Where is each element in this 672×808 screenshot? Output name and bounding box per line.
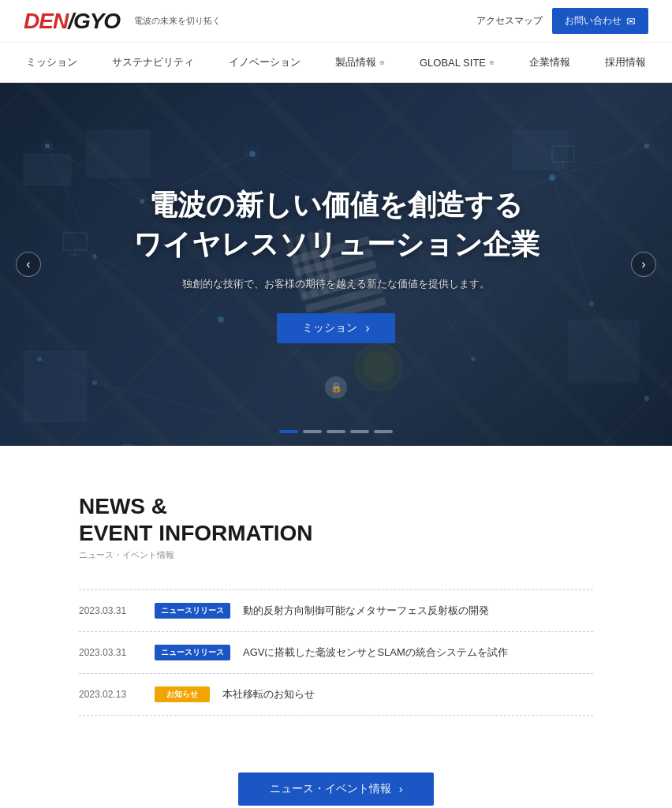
main-nav: ミッション サステナビリティ イノベーション 製品情報 ⊕ GLOBAL SIT… [0,43,672,83]
hero-prev-button[interactable]: ‹ [16,252,41,277]
nav-item-products[interactable]: 製品情報 ⊕ [318,43,402,82]
arrow-right-icon: › [365,321,369,335]
external-icon-2: ⊕ [489,59,495,66]
news-date-2: 2023.03.31 [79,647,142,658]
nav-item-mission[interactable]: ミッション [9,43,95,82]
hero-title: 電波の新しい価値を創造する ワイヤレスソリューション企業 [133,185,539,265]
slider-indicators [279,430,393,433]
logo-area: DEN/GYO 電波の未来を切り拓く [24,9,221,34]
news-date-1: 2023.03.31 [79,605,142,616]
indicator-3[interactable] [327,430,345,433]
news-item-1: 2023.03.31 ニュースリリース 動的反射方向制御可能なメタサーフェス反射… [79,589,593,632]
news-heading-ja: ニュース・イベント情報 [79,549,593,561]
news-title-3[interactable]: 本社移転のお知らせ [222,687,315,701]
nav-item-global-site[interactable]: GLOBAL SITE ⊕ [402,44,512,81]
news-item-2: 2023.03.31 ニュースリリース AGVに搭載した毫波センサとSLAMの統… [79,632,593,674]
nav-item-recruit[interactable]: 採用情報 [588,43,663,82]
header-right: アクセスマップ お問い合わせ ✉ [476,8,648,34]
news-heading-en: NEWS & EVENT INFORMATION [79,493,593,546]
indicator-5[interactable] [374,430,393,433]
hero-next-button[interactable]: › [631,252,656,277]
nav-item-innovation[interactable]: イノベーション [211,43,318,82]
news-date-3: 2023.02.13 [79,689,142,700]
news-badge-1: ニュースリリース [155,603,230,619]
contact-label: お問い合わせ [565,14,622,28]
news-title-1[interactable]: 動的反射方向制御可能なメタサーフェス反射板の開発 [243,604,489,618]
lock-icon: 🔒 [325,376,347,398]
contact-button[interactable]: お問い合わせ ✉ [552,8,648,34]
hero-section: 電波の新しい価値を創造する ワイヤレスソリューション企業 独創的な技術で、お客様… [0,83,672,446]
news-list: 2023.03.31 ニュースリリース 動的反射方向制御可能なメタサーフェス反射… [79,589,593,716]
hero-subtitle: 独創的な技術で、お客様の期待を越える新たな価値を提供します。 [133,277,539,291]
hero-cta-button[interactable]: ミッション › [277,313,394,343]
news-title-2[interactable]: AGVに搭載した毫波センサとSLAMの統合システムを試作 [243,645,508,660]
indicator-4[interactable] [350,430,369,433]
logo[interactable]: DEN/GYO [24,9,120,34]
news-item-3: 2023.02.13 お知らせ 本社移転のお知らせ [79,674,593,716]
mail-icon: ✉ [626,15,636,28]
news-more-wrapper: ニュース・イベント情報 › [79,744,593,806]
indicator-1[interactable] [279,430,298,433]
hero-content: 電波の新しい価値を創造する ワイヤレスソリューション企業 独創的な技術で、お客様… [118,185,555,344]
nav-item-sustainability[interactable]: サステナビリティ [95,43,211,82]
nav-item-company[interactable]: 企業情報 [512,43,588,82]
access-map-link[interactable]: アクセスマップ [476,14,543,28]
tagline: 電波の未来を切り拓く [134,15,221,27]
external-icon: ⊕ [379,59,385,66]
arrow-icon: › [399,783,403,795]
news-more-button[interactable]: ニュース・イベント情報 › [238,772,435,806]
indicator-2[interactable] [303,430,322,433]
news-badge-3: お知らせ [155,686,210,702]
header: DEN/GYO 電波の未来を切り拓く アクセスマップ お問い合わせ ✉ [0,0,672,43]
news-section: NEWS & EVENT INFORMATION ニュース・イベント情報 202… [0,446,672,808]
news-badge-2: ニュースリリース [155,645,230,660]
